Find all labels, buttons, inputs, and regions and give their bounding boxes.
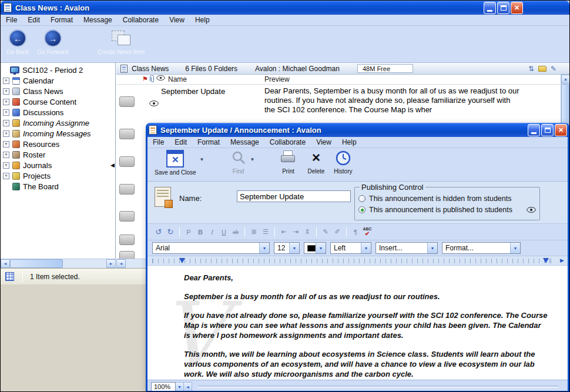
undo-icon[interactable]: ↺ bbox=[153, 227, 164, 237]
menu-edit[interactable]: Edit bbox=[22, 15, 45, 25]
tree-item-the-board[interactable]: + The Board bbox=[1, 181, 115, 192]
ruler[interactable]: ▶ bbox=[147, 256, 568, 266]
news-item-icon[interactable] bbox=[119, 234, 135, 245]
news-item-icon[interactable] bbox=[119, 129, 135, 139]
go-back-button[interactable]: ← Go Back bbox=[6, 29, 29, 55]
delete-button[interactable]: ✕ Delete bbox=[307, 150, 324, 175]
underline-icon[interactable]: U bbox=[219, 227, 229, 237]
news-item-icon[interactable] bbox=[119, 211, 135, 222]
alignment-dropdown[interactable]: Left ▼ bbox=[330, 242, 371, 254]
save-and-close-button[interactable]: ✕ Save and Close bbox=[155, 150, 196, 176]
indent-icon[interactable]: ⇥ bbox=[290, 227, 301, 237]
line-spacing-icon[interactable]: ⇕ bbox=[302, 227, 313, 237]
zoom-dropdown-icon[interactable]: ▼ bbox=[176, 382, 184, 391]
left-margin-marker[interactable] bbox=[179, 258, 185, 263]
minimize-button[interactable] bbox=[484, 2, 496, 14]
tree-horizontal-scrollbar[interactable]: ◄ ► bbox=[1, 259, 116, 268]
expand-plus-icon[interactable]: + bbox=[3, 130, 9, 137]
scroll-left-icon[interactable]: ◄ bbox=[116, 259, 126, 268]
zoom-level[interactable]: 100% bbox=[151, 382, 176, 391]
list-row-name[interactable]: September Update bbox=[161, 87, 225, 96]
ruler-scroll-icon[interactable]: ▶ bbox=[560, 258, 564, 263]
tree-item-incoming-messages[interactable]: + Incoming Messages bbox=[1, 128, 115, 139]
list-row-preview[interactable]: Dear Parents, September is a busy month … bbox=[264, 86, 522, 115]
menu-format[interactable]: Format bbox=[45, 15, 78, 25]
tree-item-calendar[interactable]: + Calendar bbox=[1, 75, 115, 86]
edit-pencil-icon[interactable]: ✎ bbox=[551, 65, 556, 72]
news-item-icon[interactable] bbox=[119, 96, 135, 107]
name-input[interactable] bbox=[237, 190, 351, 202]
expand-plus-icon[interactable]: + bbox=[3, 78, 9, 84]
plain-style-icon[interactable]: P bbox=[183, 227, 194, 237]
paragraph-icon[interactable]: ¶ bbox=[350, 227, 361, 237]
class-news-titlebar[interactable]: Class News : Avalon ✕ bbox=[1, 1, 569, 15]
menu-message[interactable]: Message bbox=[225, 137, 264, 148]
radio-selected-icon[interactable] bbox=[358, 206, 366, 213]
chevron-down-icon[interactable]: ▼ bbox=[316, 243, 326, 253]
menu-file[interactable]: File bbox=[147, 137, 169, 148]
format-dropdown[interactable]: Format... ▼ bbox=[442, 242, 521, 254]
minimize-button[interactable] bbox=[528, 124, 540, 136]
expand-plus-icon[interactable]: + bbox=[3, 109, 9, 116]
scroll-thumb[interactable] bbox=[10, 259, 63, 268]
view-grid-icon[interactable] bbox=[5, 272, 14, 281]
menu-message[interactable]: Message bbox=[78, 15, 118, 25]
menu-file[interactable]: File bbox=[1, 15, 22, 25]
read-column-eye-icon[interactable] bbox=[156, 75, 165, 81]
announcement-titlebar[interactable]: September Update / Announcement : Avalon… bbox=[146, 123, 569, 137]
name-column-header[interactable]: Name bbox=[168, 75, 187, 83]
history-button[interactable]: History bbox=[334, 150, 352, 175]
menu-view[interactable]: View bbox=[164, 15, 190, 25]
expand-plus-icon[interactable]: + bbox=[3, 152, 9, 158]
italic-icon[interactable]: I bbox=[207, 227, 217, 237]
tree-item-course-content[interactable]: + Course Content bbox=[1, 96, 115, 107]
scroll-left-icon[interactable]: ◄ bbox=[1, 259, 10, 268]
tree-item-incoming-assignments[interactable]: + Incoming Assignme bbox=[1, 118, 115, 128]
close-button[interactable]: ✕ bbox=[511, 2, 523, 14]
go-forward-button[interactable]: → Go Forward bbox=[37, 29, 68, 55]
tree-item-projects[interactable]: + Projects bbox=[1, 170, 115, 181]
expand-plus-icon[interactable]: + bbox=[3, 162, 9, 169]
preview-column-header[interactable]: Preview bbox=[264, 75, 290, 83]
expand-plus-icon[interactable]: + bbox=[3, 173, 9, 179]
radio-hidden-option[interactable]: This announcement is hidden from student… bbox=[358, 193, 536, 204]
zoom-options-icon[interactable]: ◄ bbox=[184, 382, 192, 391]
menu-collaborate[interactable]: Collaborate bbox=[118, 15, 164, 25]
radio-published-option[interactable]: This announcement is published to studen… bbox=[358, 204, 536, 215]
highlighter-icon[interactable]: ✐ bbox=[332, 227, 343, 237]
bullet-list-icon[interactable]: ☰ bbox=[260, 227, 271, 237]
redo-icon[interactable]: ↻ bbox=[165, 227, 176, 237]
outdent-icon[interactable]: ⇤ bbox=[279, 227, 289, 237]
chevron-down-icon[interactable]: ▼ bbox=[289, 243, 299, 253]
bold-icon[interactable]: B bbox=[195, 227, 206, 237]
news-item-icon[interactable] bbox=[119, 184, 135, 195]
chevron-down-icon[interactable]: ▼ bbox=[427, 243, 437, 253]
expand-plus-icon[interactable]: + bbox=[3, 99, 9, 105]
document-body[interactable]: V Dear Parents, September is a busy mont… bbox=[147, 266, 568, 380]
numbered-list-icon[interactable]: ≣ bbox=[249, 227, 259, 237]
font-color-dropdown[interactable]: ▼ bbox=[304, 242, 326, 254]
find-button[interactable]: Find bbox=[230, 150, 247, 175]
maximize-button[interactable] bbox=[497, 2, 509, 14]
tree-item-roster[interactable]: + Roster bbox=[1, 149, 115, 160]
maximize-button[interactable] bbox=[541, 124, 554, 136]
menu-collaborate[interactable]: Collaborate bbox=[264, 137, 311, 148]
chevron-down-icon[interactable]: ▼ bbox=[510, 243, 520, 253]
split-view-icon[interactable]: ⇅ bbox=[528, 65, 534, 72]
menu-edit[interactable]: Edit bbox=[169, 137, 192, 148]
tree-item-discussions[interactable]: + Discussions bbox=[1, 107, 115, 118]
attachment-column-icon[interactable] bbox=[150, 75, 155, 83]
menu-view[interactable]: View bbox=[311, 137, 337, 148]
scroll-up-icon[interactable]: ▲ bbox=[561, 75, 570, 83]
right-margin-marker[interactable] bbox=[543, 258, 549, 263]
font-size-dropdown[interactable]: 12 ▼ bbox=[274, 242, 300, 254]
radio-unselected-icon[interactable] bbox=[358, 195, 366, 202]
close-button[interactable]: ✕ bbox=[555, 124, 567, 136]
find-dropdown-icon[interactable]: ▼ bbox=[250, 157, 255, 162]
pen-icon[interactable]: ✎ bbox=[320, 227, 331, 237]
spellcheck-icon[interactable]: ABC✔ bbox=[362, 227, 373, 237]
news-item-icon[interactable] bbox=[119, 156, 135, 167]
scroll-right-icon[interactable]: ► bbox=[106, 259, 116, 268]
expand-plus-icon[interactable]: + bbox=[3, 141, 9, 148]
insert-dropdown[interactable]: Insert... ▼ bbox=[375, 242, 438, 254]
